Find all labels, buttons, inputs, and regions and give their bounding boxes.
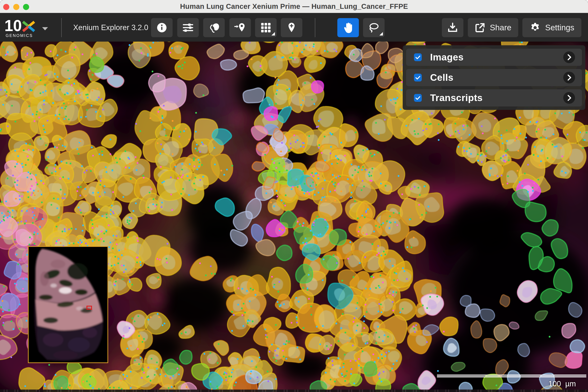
svg-text:10: 10 (6, 18, 22, 34)
svg-text:GENOMICS: GENOMICS (6, 33, 33, 38)
